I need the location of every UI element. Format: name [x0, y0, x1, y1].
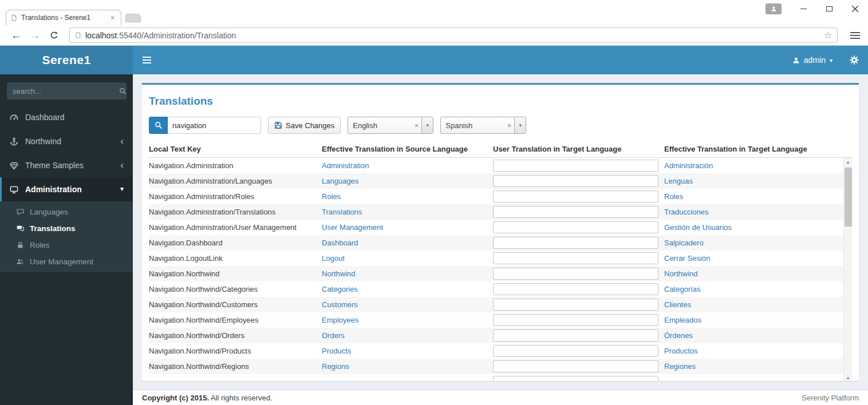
target-translation-text[interactable]: Categorías	[664, 285, 843, 293]
user-translation-input[interactable]	[493, 175, 658, 187]
user-translation-input[interactable]	[493, 252, 658, 264]
user-icon	[792, 57, 800, 64]
maximize-button[interactable]	[816, 1, 842, 18]
column-header-local-text-key[interactable]: Local Text Key	[149, 145, 322, 153]
column-header-target-translation[interactable]: Effective Translation in Target Language	[664, 145, 843, 153]
user-translation-input[interactable]	[493, 376, 658, 381]
user-translation-input[interactable]	[493, 206, 658, 218]
close-button[interactable]	[842, 1, 868, 18]
user-translation-input[interactable]	[493, 268, 658, 280]
user-translation-input[interactable]	[493, 314, 658, 326]
target-translation-text[interactable]: Clientes	[664, 300, 843, 309]
user-translation-cell	[493, 299, 664, 311]
address-bar[interactable]: localhost:55440/Administration/Translati…	[69, 27, 838, 43]
user-translation-input[interactable]	[493, 360, 658, 372]
sidebar-item-user-management[interactable]: User Management	[0, 253, 133, 270]
back-button[interactable]: ←	[11, 30, 22, 41]
user-translation-input[interactable]	[493, 345, 658, 357]
brand-logo[interactable]: Serene1	[0, 46, 133, 74]
table-row: Navigation.Northwind Northwind Northwind	[149, 266, 843, 281]
tab-close-icon[interactable]: ×	[109, 14, 116, 22]
source-translation-text[interactable]: User Management	[322, 223, 493, 232]
source-translation-text[interactable]: Products	[322, 347, 493, 355]
table-row: Navigation.Administration/Languages Lang…	[149, 173, 843, 189]
user-translation-input[interactable]	[493, 221, 658, 233]
sidebar-item-northwind[interactable]: Northwind ‹	[0, 129, 133, 153]
navbar-right: admin ▾	[784, 46, 868, 74]
sidebar-toggle-icon[interactable]	[133, 46, 160, 74]
sidebar-item-translations[interactable]: Translations	[0, 220, 133, 237]
column-header-user-translation[interactable]: User Translation in Target Language	[493, 145, 664, 153]
settings-button[interactable]	[841, 46, 868, 74]
source-translation-text[interactable]: Employees	[322, 316, 493, 324]
source-translation-text[interactable]: Administration	[322, 161, 493, 170]
target-translation-text[interactable]: Órdenes	[664, 331, 843, 340]
scroll-down-icon[interactable]: ▼	[844, 374, 852, 381]
browser-menu-icon[interactable]	[849, 30, 861, 41]
target-translation-text[interactable]: Productos	[664, 347, 843, 355]
source-translation-text[interactable]: Customers	[322, 300, 493, 309]
bookmark-star-icon[interactable]: ☆	[824, 31, 832, 40]
source-translation-text[interactable]: Roles	[322, 192, 493, 201]
source-language-select[interactable]: English × ▾	[348, 117, 433, 134]
target-translation-text[interactable]: Traducciones	[664, 208, 843, 216]
browser-toolbar: ← → localhost:55440/Administration/Trans…	[0, 25, 868, 46]
sidebar-item-dashboard[interactable]: Dashboard	[0, 105, 133, 129]
scroll-up-icon[interactable]: ▲	[844, 158, 852, 166]
sidebar-item-administration[interactable]: Administration ▾	[0, 177, 133, 201]
browser-profile-button[interactable]	[766, 3, 782, 14]
search-input[interactable]	[168, 117, 261, 134]
target-language-select[interactable]: Spanish × ▾	[440, 117, 526, 134]
user-translation-cell	[493, 283, 664, 295]
target-translation-text[interactable]: Roles	[664, 192, 843, 201]
local-text-key: Navigation.Northwind/Customers	[149, 300, 322, 309]
sidebar-item-theme-samples[interactable]: Theme Samples ‹	[0, 153, 133, 177]
target-translation-text[interactable]: Regiones	[664, 362, 843, 371]
user-translation-input[interactable]	[493, 237, 658, 249]
sidebar-item-roles[interactable]: Roles	[0, 237, 133, 253]
user-translation-input[interactable]	[493, 190, 658, 202]
clear-icon[interactable]: ×	[412, 121, 422, 130]
search-button[interactable]	[149, 117, 168, 134]
user-translation-cell	[493, 175, 664, 187]
target-translation-text[interactable]: Administración	[664, 161, 843, 170]
source-translation-text[interactable]: Orders	[322, 331, 493, 340]
reload-button[interactable]	[50, 31, 58, 39]
minimize-button[interactable]	[791, 1, 816, 18]
source-translation-text[interactable]: Languages	[322, 177, 493, 185]
new-tab-button[interactable]	[125, 14, 141, 22]
page-footer: Copyright (c) 2015. All rights reserved.…	[133, 390, 868, 405]
source-translation-text[interactable]: Regions	[322, 362, 493, 371]
browser-tab[interactable]: Translations - Serene1 ×	[6, 10, 121, 25]
user-menu[interactable]: admin ▾	[784, 46, 841, 74]
column-header-source-translation[interactable]: Effective Translation in Source Language	[322, 145, 493, 153]
window-controls	[766, 0, 868, 18]
scrollbar-thumb[interactable]	[845, 168, 852, 227]
user-translation-input[interactable]	[493, 299, 658, 311]
user-translation-input[interactable]	[493, 283, 658, 295]
target-translation-text[interactable]: Empleados	[664, 316, 843, 324]
target-translation-text[interactable]: Salpicadero	[664, 239, 843, 247]
copyright-text: Copyright (c) 2015. All rights reserved.	[142, 394, 273, 402]
source-translation-text[interactable]: Northwind	[322, 269, 493, 278]
source-translation-text[interactable]: Logout	[322, 254, 493, 263]
sidebar-item-languages[interactable]: Languages	[0, 204, 133, 220]
forward-button[interactable]: →	[30, 30, 41, 41]
target-translation-text[interactable]: Northwind	[664, 269, 843, 278]
dropdown-caret-icon[interactable]: ▾	[514, 117, 526, 133]
target-translation-text[interactable]: Lenguas	[664, 177, 843, 185]
clear-icon[interactable]: ×	[504, 121, 515, 130]
grid-scrollbar[interactable]: ▲ ▼	[843, 158, 852, 381]
sidebar-search-button[interactable]	[119, 82, 127, 100]
save-changes-button[interactable]: Save Changes	[268, 117, 341, 134]
source-translation-text[interactable]: Translations	[322, 208, 493, 216]
target-translation-text[interactable]: Gestión de Usuarios	[664, 223, 843, 232]
search-icon	[119, 88, 127, 95]
source-translation-text[interactable]: Dashboard	[322, 239, 493, 247]
target-translation-text[interactable]: Cerrar Sesión	[664, 254, 843, 263]
sidebar-search-input[interactable]	[7, 82, 119, 100]
dropdown-caret-icon[interactable]: ▾	[421, 117, 433, 133]
source-translation-text[interactable]: Categories	[322, 285, 493, 293]
user-translation-input[interactable]	[493, 160, 658, 172]
user-translation-input[interactable]	[493, 329, 658, 342]
